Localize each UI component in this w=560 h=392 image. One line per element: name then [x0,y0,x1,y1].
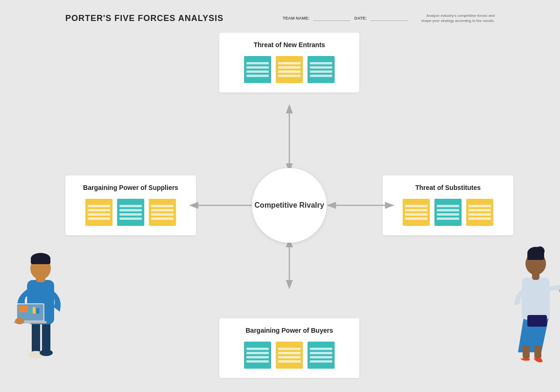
card-bottom-2[interactable] [276,342,303,369]
card-line [278,70,301,73]
card-line [469,217,491,220]
svg-rect-15 [33,307,35,314]
card-line [437,213,459,216]
team-label: TEAM NAME: [283,16,310,21]
card-line [405,205,427,207]
competitive-rivalry-circle: Competitive Rivalry [252,168,327,243]
card-line [310,356,332,358]
card-line [278,62,301,64]
force-bottom-title: Bargaining Power of Buyers [229,327,350,334]
svg-rect-27 [527,253,544,260]
card-right-1[interactable] [403,199,430,226]
force-right-title: Threat of Substitutes [392,184,504,191]
card-line [437,205,459,207]
svg-rect-14 [29,309,32,314]
card-line [246,360,269,363]
card-line [437,209,459,211]
svg-rect-28 [527,315,547,327]
card-line [88,217,110,220]
svg-rect-19 [523,345,530,358]
force-box-left: Bargaining Power of Suppliers [65,175,196,235]
card-right-2[interactable] [434,199,462,226]
card-line [310,75,332,77]
svg-rect-16 [36,308,39,314]
card-line [278,348,301,350]
card-line [469,205,491,207]
card-line [310,360,332,363]
card-line [246,352,269,354]
card-line [405,213,427,216]
person-right-illustration [506,238,560,369]
card-line [88,209,110,211]
center-title: Competitive Rivalry [254,201,324,210]
diagram-area: Threat of New Entrants Bar [65,33,513,378]
card-line [246,66,269,69]
card-line [310,352,332,354]
svg-point-18 [15,318,24,324]
svg-rect-2 [32,322,40,355]
card-line [151,217,174,220]
person-right [506,238,560,369]
card-line [310,62,332,64]
card-line [151,205,174,207]
page-title: PORTER'S FIVE FORCES ANALYSIS [65,14,224,23]
svg-rect-10 [31,259,50,264]
svg-point-5 [40,350,53,356]
card-line [405,209,427,211]
header-description: Analyze industry's competitive forces an… [420,13,495,23]
card-line [88,213,110,216]
card-line [119,205,142,207]
card-line [469,209,491,211]
card-line [119,213,142,216]
card-line [278,75,301,77]
card-top-1[interactable] [244,56,271,83]
force-top-cards [229,56,350,83]
force-bottom-cards [229,342,350,369]
person-left-illustration [9,238,70,369]
card-bottom-3[interactable] [308,342,335,369]
svg-rect-13 [19,306,28,312]
card-line [88,205,110,207]
card-line [278,66,301,69]
card-line [469,213,491,216]
svg-rect-21 [522,278,550,320]
card-top-3[interactable] [308,56,335,83]
card-left-2[interactable] [117,199,144,226]
header-meta: TEAM NAME: DATE: Analyze industry's comp… [283,13,495,23]
team-name-input[interactable] [313,16,350,21]
force-top-title: Threat of New Entrants [229,41,350,49]
force-right-cards [392,199,504,226]
force-box-bottom: Bargaining Power of Buyers [219,318,359,378]
card-line [246,75,269,77]
force-box-top: Threat of New Entrants [219,33,359,92]
card-line [151,209,174,211]
card-line [278,356,301,358]
force-left-title: Bargaining Power of Suppliers [75,184,187,191]
date-input[interactable] [371,16,408,21]
card-line [246,356,269,358]
card-bottom-1[interactable] [244,342,271,369]
svg-rect-20 [534,345,541,358]
card-line [246,70,269,73]
card-line [151,213,174,216]
card-line [119,209,142,211]
card-line [278,352,301,354]
card-line [246,348,269,350]
card-line [246,62,269,64]
date-label: DATE: [354,16,367,21]
card-left-3[interactable] [149,199,176,226]
card-line [310,70,332,73]
card-top-2[interactable] [276,56,303,83]
person-left [9,238,70,369]
card-line [278,360,301,363]
card-line [405,217,427,220]
card-line [437,217,459,220]
card-line [310,348,332,350]
card-right-3[interactable] [466,199,493,226]
card-line [310,66,332,69]
card-line [119,217,142,220]
card-left-1[interactable] [85,199,112,226]
force-left-cards [75,199,187,226]
header: PORTER'S FIVE FORCES ANALYSIS TEAM NAME:… [65,13,495,23]
svg-rect-3 [42,322,50,352]
